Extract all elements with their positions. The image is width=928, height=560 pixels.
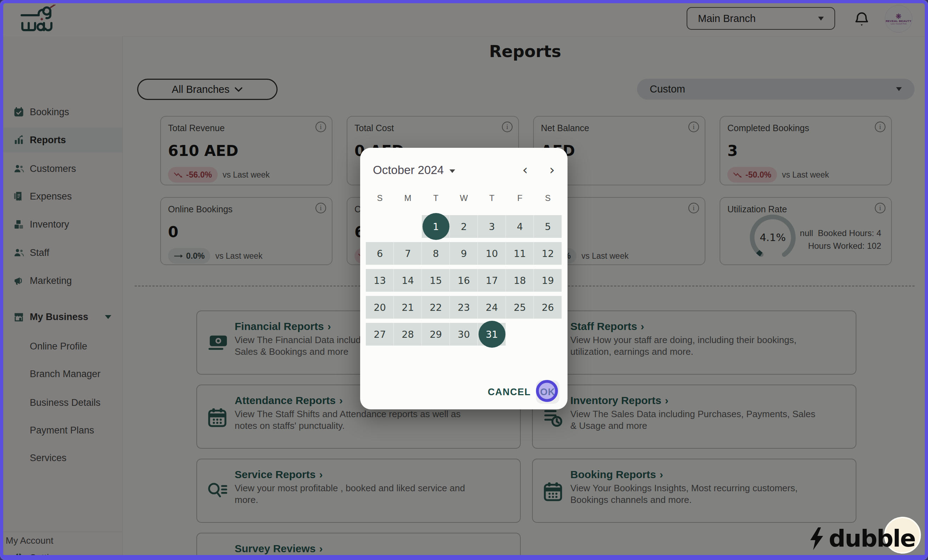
weekday-label: M xyxy=(394,193,422,203)
day-cell-12[interactable]: 12 xyxy=(534,242,562,265)
day-cell-20[interactable]: 20 xyxy=(366,296,394,319)
day-cell-25[interactable]: 25 xyxy=(506,296,534,319)
day-cell-30[interactable]: 30 xyxy=(450,323,478,346)
day-cell-19[interactable]: 19 xyxy=(534,269,562,292)
day-cell-1[interactable]: 1 xyxy=(422,215,450,238)
weekday-label: S xyxy=(534,193,562,203)
day-cell-13[interactable]: 13 xyxy=(366,269,394,292)
day-cell-10[interactable]: 10 xyxy=(478,242,506,265)
day-cell-5[interactable]: 5 xyxy=(534,215,562,238)
selected-day-circle[interactable]: 31 xyxy=(479,321,505,348)
empty-day-cell xyxy=(394,215,422,238)
day-cell-7[interactable]: 7 xyxy=(394,242,422,265)
day-cell-15[interactable]: 15 xyxy=(422,269,450,292)
weekday-label: S xyxy=(366,193,394,203)
cancel-button[interactable]: CANCEL xyxy=(488,387,531,398)
day-cell-9[interactable]: 9 xyxy=(450,242,478,265)
day-cell-14[interactable]: 14 xyxy=(394,269,422,292)
weekday-header-row: SMTWTFS xyxy=(366,193,562,203)
selected-day-circle[interactable]: 1 xyxy=(423,213,449,240)
previous-month-button[interactable]: ‹ xyxy=(522,162,528,178)
calendar-header: October 2024 xyxy=(373,163,455,177)
day-cell-4[interactable]: 4 xyxy=(506,215,534,238)
date-picker-dialog: October 2024 ‹ › SMTWTFS 123456789101112… xyxy=(360,148,568,409)
day-cell-26[interactable]: 26 xyxy=(534,296,562,319)
day-cell-27[interactable]: 27 xyxy=(366,323,394,346)
day-cell-3[interactable]: 3 xyxy=(478,215,506,238)
day-cell-29[interactable]: 29 xyxy=(422,323,450,346)
dubble-watermark: dubble xyxy=(808,525,915,552)
day-cell-11[interactable]: 11 xyxy=(506,242,534,265)
day-cell-16[interactable]: 16 xyxy=(450,269,478,292)
calendar-grid: 1234567891011121314151617181920212223242… xyxy=(366,215,562,350)
empty-day-cell xyxy=(534,323,562,346)
cursor-click-indicator xyxy=(536,380,558,402)
day-cell-2[interactable]: 2 xyxy=(450,215,478,238)
bolt-icon xyxy=(808,526,827,551)
day-cell-22[interactable]: 22 xyxy=(422,296,450,319)
day-cell-23[interactable]: 23 xyxy=(450,296,478,319)
day-cell-21[interactable]: 21 xyxy=(394,296,422,319)
day-cell-24[interactable]: 24 xyxy=(478,296,506,319)
weekday-label: F xyxy=(506,193,534,203)
empty-day-cell xyxy=(366,215,394,238)
empty-day-cell xyxy=(506,323,534,346)
weekday-label: T xyxy=(478,193,506,203)
day-cell-17[interactable]: 17 xyxy=(478,269,506,292)
month-year-label[interactable]: October 2024 xyxy=(373,163,444,177)
day-cell-31[interactable]: 31 xyxy=(478,323,506,346)
next-month-button[interactable]: › xyxy=(549,162,555,178)
day-cell-6[interactable]: 6 xyxy=(366,242,394,265)
day-cell-18[interactable]: 18 xyxy=(506,269,534,292)
day-cell-8[interactable]: 8 xyxy=(422,242,450,265)
weekday-label: T xyxy=(422,193,450,203)
day-cell-28[interactable]: 28 xyxy=(394,323,422,346)
weekday-label: W xyxy=(450,193,478,203)
caret-down-icon[interactable] xyxy=(449,169,455,173)
